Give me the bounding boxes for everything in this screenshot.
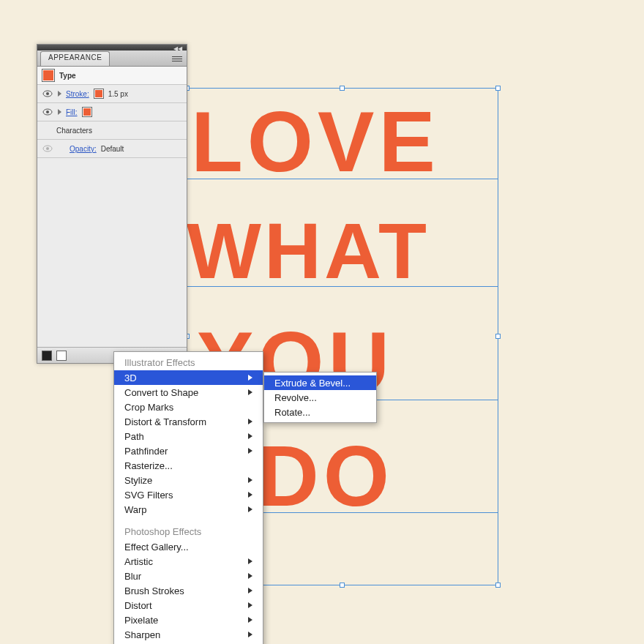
stroke-row[interactable]: Stroke: 1.5 px xyxy=(37,85,187,103)
expand-icon[interactable] xyxy=(58,109,61,115)
submenu-arrow-icon xyxy=(248,573,252,579)
submenu-item-extrude-bevel[interactable]: Extrude & Bevel... xyxy=(264,375,376,390)
footer-button-1[interactable] xyxy=(42,351,52,361)
menu-item-distort[interactable]: Distort xyxy=(114,598,263,613)
menu-item-convert-to-shape[interactable]: Convert to Shape xyxy=(114,385,263,400)
submenu-arrow-icon xyxy=(248,617,252,623)
characters-row[interactable]: Characters xyxy=(37,121,187,140)
appearance-type-row[interactable]: Type xyxy=(37,67,187,85)
type-swatch xyxy=(42,69,55,82)
menu-item-blur[interactable]: Blur xyxy=(114,569,263,583)
footer-button-2[interactable] xyxy=(56,351,67,361)
characters-label: Characters xyxy=(56,127,92,135)
menu-item-artistic[interactable]: Artistic xyxy=(114,554,263,569)
submenu-item-revolve[interactable]: Revolve... xyxy=(264,390,376,405)
stroke-label[interactable]: Stroke: xyxy=(66,90,89,98)
panel-tab-bar: APPEARANCE xyxy=(37,50,187,67)
submenu-arrow-icon xyxy=(248,602,252,608)
stroke-swatch[interactable] xyxy=(94,89,104,99)
submenu-arrow-icon xyxy=(248,389,252,395)
menu-item-svg-filters[interactable]: SVG Filters xyxy=(114,487,263,502)
effects-menu: Illustrator Effects 3D Convert to Shape … xyxy=(113,351,263,644)
submenu-3d: Extrude & Bevel... Revolve... Rotate... xyxy=(263,372,377,423)
fill-row[interactable]: Fill: xyxy=(37,103,187,121)
submenu-arrow-icon xyxy=(248,506,252,512)
svg-point-3 xyxy=(46,111,49,113)
submenu-arrow-icon xyxy=(248,558,252,564)
photoshop-effects-header: Photoshop Effects xyxy=(114,524,263,539)
visibility-eye-icon[interactable] xyxy=(42,89,53,98)
menu-item-warp[interactable]: Warp xyxy=(114,502,263,517)
menu-item-crop-marks[interactable]: Crop Marks xyxy=(114,400,263,414)
menu-item-pathfinder[interactable]: Pathfinder xyxy=(114,443,263,458)
appearance-tab[interactable]: APPEARANCE xyxy=(40,51,110,66)
submenu-arrow-icon xyxy=(248,492,252,498)
opacity-value[interactable]: Default xyxy=(101,145,124,153)
menu-item-distort-transform[interactable]: Distort & Transform xyxy=(114,414,263,429)
menu-item-3d[interactable]: 3D xyxy=(114,370,263,385)
submenu-arrow-icon xyxy=(248,588,252,594)
submenu-arrow-icon xyxy=(248,477,252,483)
fill-label[interactable]: Fill: xyxy=(66,108,78,116)
fill-swatch[interactable] xyxy=(82,107,92,117)
expand-icon[interactable] xyxy=(58,91,61,97)
menu-item-pixelate[interactable]: Pixelate xyxy=(114,613,263,627)
submenu-arrow-icon xyxy=(248,375,252,381)
illustrator-effects-header: Illustrator Effects xyxy=(114,355,263,370)
menu-item-path[interactable]: Path xyxy=(114,429,263,443)
submenu-arrow-icon xyxy=(248,433,252,439)
svg-point-1 xyxy=(46,92,49,95)
svg-point-5 xyxy=(46,147,49,150)
object-type-label: Type xyxy=(59,72,76,80)
submenu-arrow-icon xyxy=(248,632,252,637)
submenu-arrow-icon xyxy=(248,448,252,454)
visibility-eye-icon[interactable] xyxy=(42,144,53,153)
submenu-item-rotate[interactable]: Rotate... xyxy=(264,405,376,419)
menu-item-effect-gallery[interactable]: Effect Gallery... xyxy=(114,539,263,554)
visibility-eye-icon[interactable] xyxy=(42,108,53,116)
panel-menu-icon[interactable] xyxy=(171,53,184,64)
menu-item-rasterize[interactable]: Rasterize... xyxy=(114,458,263,473)
menu-item-sharpen[interactable]: Sharpen xyxy=(114,627,263,642)
menu-item-brush-strokes[interactable]: Brush Strokes xyxy=(114,583,263,598)
submenu-arrow-icon xyxy=(248,419,252,424)
appearance-panel: ◀◀ APPEARANCE Type Stroke: 1.5 px Fill: xyxy=(37,44,187,364)
menu-item-stylize[interactable]: Stylize xyxy=(114,473,263,487)
opacity-row[interactable]: Opacity: Default xyxy=(37,140,187,158)
stroke-value[interactable]: 1.5 px xyxy=(108,90,128,98)
panel-drag-grip[interactable]: ◀◀ xyxy=(37,45,187,50)
opacity-label[interactable]: Opacity: xyxy=(70,145,97,153)
